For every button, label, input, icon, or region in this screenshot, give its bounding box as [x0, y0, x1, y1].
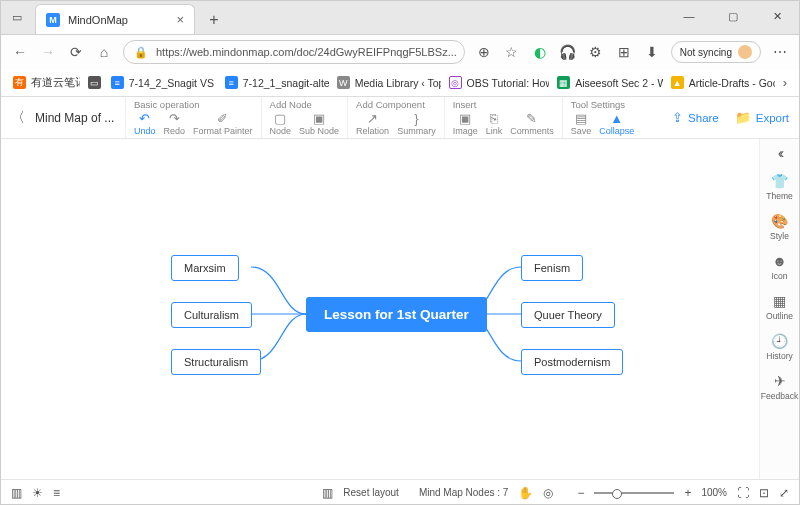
mindmap-node[interactable]: Fenism — [521, 255, 583, 281]
target-icon[interactable]: ◎ — [543, 486, 553, 500]
bookmark-label: OBS Tutorial: How... — [467, 77, 550, 89]
url-input[interactable]: 🔒 https://web.mindonmap.com/doc/24dGwyRE… — [123, 40, 465, 64]
history-icon: 🕘 — [771, 333, 788, 349]
insert-link-button[interactable]: ⎘Link — [486, 111, 503, 136]
nav-refresh-button[interactable]: ⟳ — [67, 43, 85, 61]
mindmap-node[interactable]: Structuralism — [171, 349, 261, 375]
status-bar: ▥ ☀ ≡ ▥ Reset layout Mind Map Nodes : 7 … — [1, 479, 799, 505]
app-back-button[interactable]: 〈 — [11, 109, 35, 127]
mindmap-node[interactable]: Marxsim — [171, 255, 239, 281]
bookmark-item[interactable]: ≡7-14_2_Snagit VS S... — [107, 74, 217, 91]
toolbar-group-basic: Basic operation ↶Undo ↷Redo ✐Format Pain… — [125, 97, 261, 138]
bookmark-item[interactable]: ▭ — [84, 74, 103, 91]
nav-back-button[interactable]: ← — [11, 43, 29, 61]
mindmap-node[interactable]: Culturalism — [171, 302, 252, 328]
document-title[interactable]: Mind Map of ... — [35, 111, 125, 125]
bookmark-item[interactable]: 有有道云笔记 — [9, 74, 80, 92]
profile-sync-button[interactable]: Not syncing — [671, 41, 761, 63]
app-toolbar: 〈 Mind Map of ... Basic operation ↶Undo … — [1, 97, 799, 139]
zoom-icon[interactable]: ⊕ — [475, 43, 493, 61]
nav-home-button[interactable]: ⌂ — [95, 43, 113, 61]
bookmark-item[interactable]: WMedia Library ‹ Top... — [333, 74, 441, 91]
subnode-icon: ▣ — [311, 111, 327, 125]
nav-forward-button[interactable]: → — [39, 43, 57, 61]
side-style-button[interactable]: 🎨Style — [770, 207, 789, 247]
browser-titlebar: ▭ M MindOnMap × + — ▢ ✕ — [1, 1, 799, 35]
list-icon[interactable]: ≡ — [53, 486, 60, 500]
side-theme-button[interactable]: 👕Theme — [766, 167, 792, 207]
center-icon[interactable]: ⊡ — [759, 486, 769, 500]
undo-icon: ↶ — [137, 111, 153, 125]
node-icon: ▢ — [272, 111, 288, 125]
ext-green-icon[interactable]: ◐ — [531, 43, 549, 61]
collapse-button[interactable]: ▲Collapse — [599, 111, 634, 136]
insert-comment-button[interactable]: ✎Comments — [510, 111, 554, 136]
more-menu-icon[interactable]: ⋯ — [771, 43, 789, 61]
bookmark-item[interactable]: ▦Aiseesoft Sec 2 - W... — [553, 74, 663, 91]
tab-actions-icon[interactable]: ▭ — [11, 12, 23, 24]
undo-button[interactable]: ↶Undo — [134, 111, 156, 136]
favorite-icon[interactable]: ☆ — [503, 43, 521, 61]
side-history-button[interactable]: 🕘History — [766, 327, 792, 367]
window-minimize-button[interactable]: — — [667, 1, 711, 31]
zoom-slider[interactable] — [594, 492, 674, 494]
insert-image-button[interactable]: ▣Image — [453, 111, 478, 136]
fit-screen-icon[interactable]: ⛶ — [737, 486, 749, 500]
center-node[interactable]: Lesson for 1st Quarter — [306, 297, 487, 332]
bookmark-favicon: ▲ — [671, 76, 684, 89]
window-close-button[interactable]: ✕ — [755, 1, 799, 31]
mindmap-node[interactable]: Postmodernism — [521, 349, 623, 375]
reset-layout-icon[interactable]: ▥ — [322, 486, 333, 500]
toolbar-group-insert: Insert ▣Image ⎘Link ✎Comments — [444, 97, 562, 138]
bookmark-favicon: 有 — [13, 76, 26, 89]
collections-icon[interactable]: ⊞ — [615, 43, 633, 61]
layout-icon[interactable]: ▥ — [11, 486, 22, 500]
redo-button[interactable]: ↷Redo — [164, 111, 186, 136]
bookmark-favicon: ≡ — [111, 76, 124, 89]
add-subnode-button[interactable]: ▣Sub Node — [299, 111, 339, 136]
save-button[interactable]: ▤Save — [571, 111, 592, 136]
relation-icon: ↗ — [365, 111, 381, 125]
download-icon[interactable]: ⬇ — [643, 43, 661, 61]
bookmark-item[interactable]: ◎OBS Tutorial: How... — [445, 74, 550, 91]
mindmap-node[interactable]: Quuer Theory — [521, 302, 615, 328]
bookmark-favicon: W — [337, 76, 350, 89]
bookmark-label: Media Library ‹ Top... — [355, 77, 441, 89]
hand-icon[interactable]: ✋ — [518, 486, 533, 500]
sync-label: Not syncing — [680, 47, 732, 58]
add-node-button[interactable]: ▢Node — [270, 111, 292, 136]
side-icon-button[interactable]: ☻Icon — [771, 247, 787, 287]
headphones-icon[interactable]: 🎧 — [559, 43, 577, 61]
share-button[interactable]: ⇪Share — [672, 110, 719, 125]
close-tab-icon[interactable]: × — [176, 12, 184, 27]
bookmark-label: 7-12_1_snagit-alter... — [243, 77, 329, 89]
bookmark-label: Article-Drafts - Goo... — [689, 77, 775, 89]
browser-address-bar: ← → ⟳ ⌂ 🔒 https://web.mindonmap.com/doc/… — [1, 35, 799, 69]
format-painter-button[interactable]: ✐Format Painter — [193, 111, 253, 136]
nodes-count-label: Mind Map Nodes : 7 — [419, 487, 509, 498]
bookmark-item[interactable]: ≡7-12_1_snagit-alter... — [221, 74, 329, 91]
image-icon: ▣ — [457, 111, 473, 125]
bookmark-favicon: ≡ — [225, 76, 238, 89]
zoom-out-button[interactable]: − — [577, 486, 584, 500]
export-button[interactable]: 📁Export — [735, 110, 789, 125]
group-label: Tool Settings — [571, 99, 635, 110]
reset-layout-label[interactable]: Reset layout — [343, 487, 399, 498]
side-feedback-button[interactable]: ✈Feedback — [761, 367, 798, 407]
browser-tab[interactable]: M MindOnMap × — [35, 4, 195, 34]
bookmarks-overflow-icon[interactable]: › — [779, 75, 791, 90]
new-tab-button[interactable]: + — [201, 7, 227, 33]
summary-button[interactable]: }Summary — [397, 111, 436, 136]
gear-icon[interactable]: ⚙ — [587, 43, 605, 61]
group-label: Add Component — [356, 99, 436, 110]
panel-collapse-icon[interactable]: ‹‹ — [778, 145, 781, 161]
brightness-icon[interactable]: ☀ — [32, 486, 43, 500]
relation-button[interactable]: ↗Relation — [356, 111, 389, 136]
mindmap-canvas[interactable]: Lesson for 1st Quarter Marxsim Culturali… — [1, 139, 759, 479]
bookmark-item[interactable]: ▲Article-Drafts - Goo... — [667, 74, 775, 91]
fullscreen-icon[interactable]: ⤢ — [779, 486, 789, 500]
side-outline-button[interactable]: ▦Outline — [766, 287, 793, 327]
zoom-in-button[interactable]: + — [684, 486, 691, 500]
window-maximize-button[interactable]: ▢ — [711, 1, 755, 31]
group-label: Add Node — [270, 99, 340, 110]
